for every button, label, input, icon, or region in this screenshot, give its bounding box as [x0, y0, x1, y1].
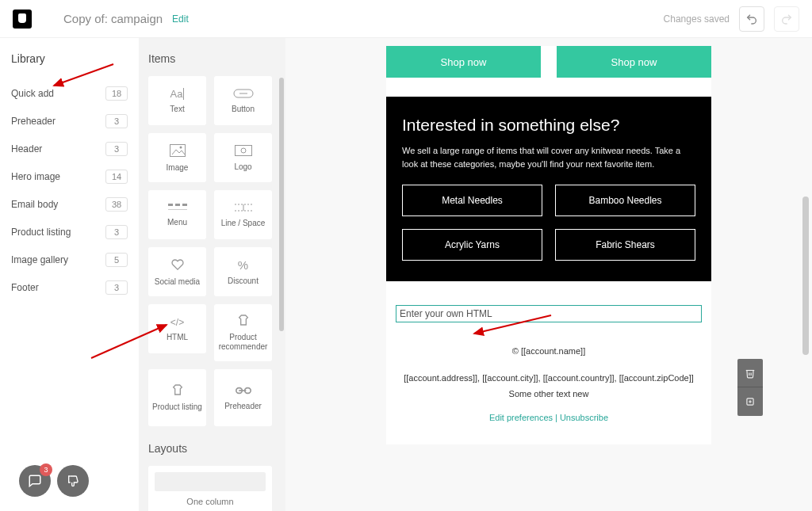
edit-title-link[interactable]: Edit [172, 13, 189, 25]
category-btn-4[interactable]: Fabric Shears [555, 229, 695, 261]
tile-logo[interactable]: Logo [214, 133, 272, 182]
lib-item-quick-add[interactable]: Quick add18 [11, 79, 128, 107]
svg-rect-7 [175, 204, 180, 206]
tile-menu[interactable]: Menu [148, 190, 206, 239]
tile-social-media[interactable]: Social media [148, 247, 206, 296]
logo-icon [235, 145, 252, 158]
heart-icon [170, 258, 185, 273]
feedback-thumbsdown-button[interactable] [57, 465, 89, 497]
section-title: Interested in something else? [402, 116, 695, 135]
canvas-scrollbar[interactable] [802, 38, 809, 511]
block-toolbar [737, 359, 763, 416]
lib-item-footer[interactable]: Footer3 [11, 273, 128, 301]
items-heading: Items [148, 52, 276, 65]
tile-discount[interactable]: %Discount [214, 247, 272, 296]
html-block-placeholder[interactable]: Enter your own HTML [396, 305, 702, 322]
feedback-chat-button[interactable]: 3 [19, 465, 51, 497]
lib-item-header[interactable]: Header3 [11, 135, 128, 162]
lib-item-hero-image[interactable]: Hero image14 [11, 162, 128, 190]
email-preview: Shop now Shop now Interested in somethin… [386, 46, 711, 444]
svg-rect-4 [235, 145, 251, 155]
redo-icon [780, 13, 793, 25]
app-logo[interactable] [13, 10, 32, 29]
section-body: We sell a large range of items that will… [402, 144, 695, 170]
footer-address: [[account.address]], [[account.city]], [… [402, 373, 695, 383]
page-title: Copy of: campaign [63, 12, 163, 25]
undo-icon [745, 13, 758, 25]
button-icon [233, 89, 254, 100]
lib-item-product-listing[interactable]: Product listing3 [11, 218, 128, 246]
shop-now-button-2[interactable]: Shop now [557, 46, 711, 78]
link-icon [236, 386, 251, 397]
tile-product-recommender[interactable]: Product recommender [214, 304, 272, 361]
layouts-heading: Layouts [148, 442, 276, 455]
tile-text[interactable]: AaText [148, 76, 206, 125]
library-heading: Library [11, 52, 128, 65]
unsubscribe-link[interactable]: Unsubscribe [560, 413, 608, 422]
items-scrollbar[interactable] [279, 78, 284, 331]
shirt-icon [236, 314, 251, 328]
svg-rect-9 [168, 209, 187, 210]
category-btn-2[interactable]: Bamboo Needles [555, 185, 695, 216]
code-icon: </> [170, 317, 184, 328]
shirt-icon [170, 383, 185, 398]
svg-rect-6 [168, 204, 173, 206]
chat-icon [28, 474, 42, 488]
footer-extra: Some other text new [402, 389, 695, 399]
svg-point-3 [179, 146, 182, 148]
footer-copyright: © [[account.name]] [402, 346, 695, 356]
duplicate-icon [745, 396, 756, 407]
tile-product-listing[interactable]: Product listing [148, 369, 206, 426]
tile-html[interactable]: </>HTML [148, 304, 206, 353]
tile-button[interactable]: Button [214, 76, 272, 125]
image-icon [170, 144, 186, 158]
shop-now-button-1[interactable]: Shop now [386, 46, 541, 78]
trash-icon [745, 368, 756, 379]
interest-section[interactable]: Interested in something else? We sell a … [386, 97, 711, 281]
undo-button[interactable] [739, 6, 764, 32]
edit-preferences-link[interactable]: Edit preferences [489, 413, 553, 422]
items-panel: Items AaText Button Image Logo Menu Line… [139, 38, 285, 511]
category-btn-3[interactable]: Acrylic Yarns [402, 229, 542, 261]
save-status: Changes saved [664, 13, 730, 25]
tile-preheader[interactable]: Preheader [214, 369, 272, 426]
lib-item-image-gallery[interactable]: Image gallery5 [11, 246, 128, 273]
lib-item-preheader[interactable]: Preheader3 [11, 107, 128, 135]
menu-icon [168, 204, 187, 213]
svg-point-5 [241, 148, 246, 153]
lib-item-email-body[interactable]: Email body38 [11, 190, 128, 218]
tile-line-space[interactable]: Line / Space [214, 190, 272, 239]
redo-button[interactable] [774, 6, 799, 32]
library-panel: Library Quick add18 Preheader3 Header3 H… [0, 38, 139, 511]
duplicate-block-button[interactable] [737, 387, 763, 416]
text-icon: Aa [170, 88, 185, 100]
category-btn-1[interactable]: Metal Needles [402, 185, 542, 216]
delete-block-button[interactable] [737, 359, 763, 387]
percent-icon: % [238, 258, 248, 272]
notification-badge: 3 [40, 463, 52, 476]
tile-image[interactable]: Image [148, 133, 206, 182]
thumbs-down-icon [67, 475, 79, 487]
line-icon [235, 203, 252, 214]
layout-one-column[interactable]: One column [148, 466, 272, 511]
editor-canvas[interactable]: Shop now Shop now Interested in somethin… [285, 38, 812, 511]
email-footer[interactable]: © [[account.name]] [[account.address]], … [386, 322, 711, 444]
svg-rect-8 [182, 204, 187, 206]
